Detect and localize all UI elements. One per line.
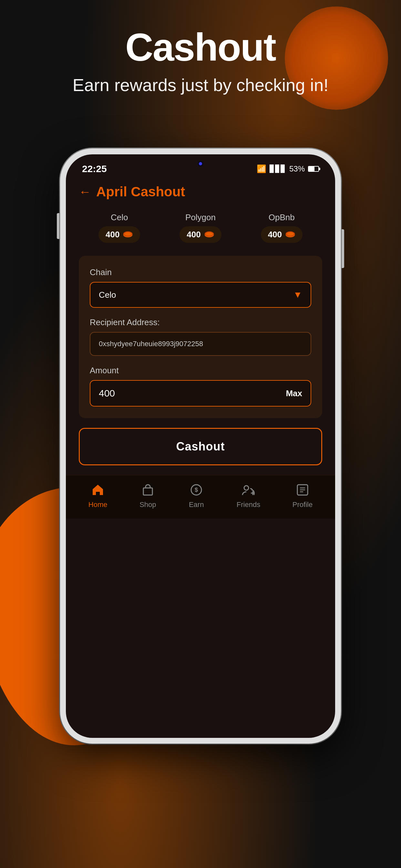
coin-icon-celo xyxy=(123,231,133,238)
amount-input[interactable]: 400 Max xyxy=(90,380,311,407)
max-button[interactable]: Max xyxy=(286,389,302,399)
amount-field: Amount 400 Max xyxy=(90,366,311,407)
phone-screen: 22:25 📶 ▊▊▊ 53% ← April Cashout xyxy=(66,154,335,738)
recipient-field-label: Recipient Address: xyxy=(90,317,311,328)
svg-rect-9 xyxy=(143,488,152,495)
recipient-address-input[interactable]: 0xshydyee7uheuie8993j9072258 xyxy=(90,332,311,356)
amount-field-label: Amount xyxy=(90,366,311,376)
nav-label-home: Home xyxy=(89,500,107,509)
form-card: Chain Celo ▼ Recipient Address: 0xshydye… xyxy=(79,256,322,418)
chain-tab-polygon[interactable]: Polygon 400 xyxy=(180,213,221,243)
nav-label-friends: Friends xyxy=(237,500,260,509)
svg-point-5 xyxy=(205,232,212,236)
back-arrow-icon[interactable]: ← xyxy=(79,185,91,199)
chain-tab-celo[interactable]: Celo 400 xyxy=(98,213,140,243)
page-subtitle: Earn rewards just by checking in! xyxy=(0,75,401,95)
cashout-button[interactable]: Cashout xyxy=(79,428,322,465)
earn-icon: $ xyxy=(188,482,204,498)
svg-point-2 xyxy=(124,232,131,236)
recipient-address-value: 0xshydyee7uheuie8993j9072258 xyxy=(99,340,203,348)
amount-value: 400 xyxy=(99,388,115,399)
chain-field: Chain Celo ▼ xyxy=(90,268,311,308)
chain-badge-polygon: 400 xyxy=(180,226,221,243)
battery-percent: 53% xyxy=(289,164,305,174)
status-bar: 22:25 📶 ▊▊▊ 53% xyxy=(66,154,335,178)
chain-field-label: Chain xyxy=(90,268,311,277)
chain-amount-opbnb: 400 xyxy=(268,229,282,240)
shop-icon xyxy=(140,482,156,498)
nav-item-profile[interactable]: Profile xyxy=(292,482,312,509)
chain-label-polygon: Polygon xyxy=(185,213,216,222)
screen-title: April Cashout xyxy=(96,184,185,199)
signal-icon: ▊▊▊ xyxy=(270,165,286,173)
chain-tab-opbnb[interactable]: OpBnb 400 xyxy=(261,213,303,243)
chevron-down-icon: ▼ xyxy=(293,290,302,300)
phone-frame: 22:25 📶 ▊▊▊ 53% ← April Cashout xyxy=(60,149,341,744)
page-title: Cashout xyxy=(0,26,401,68)
app-content: ← April Cashout Celo 400 xyxy=(66,178,335,465)
chain-badge-celo: 400 xyxy=(98,226,140,243)
chain-badge-opbnb: 400 xyxy=(261,226,303,243)
chain-amount-celo: 400 xyxy=(105,229,120,240)
recipient-field: Recipient Address: 0xshydyee7uheuie8993j… xyxy=(90,317,311,356)
status-icons: 📶 ▊▊▊ 53% xyxy=(257,164,319,174)
camera-notch xyxy=(197,161,204,166)
status-time: 22:25 xyxy=(82,163,107,175)
nav-item-earn[interactable]: $ Earn xyxy=(188,482,204,509)
battery-icon xyxy=(308,166,319,172)
friends-icon xyxy=(240,482,256,498)
nav-label-earn: Earn xyxy=(189,500,204,509)
nav-back[interactable]: ← April Cashout xyxy=(79,184,322,199)
page-header: Cashout Earn rewards just by checking in… xyxy=(0,26,401,95)
chain-amount-polygon: 400 xyxy=(187,229,201,240)
volume-button xyxy=(57,213,59,239)
nav-item-shop[interactable]: Shop xyxy=(140,482,156,509)
chain-label-opbnb: OpBnb xyxy=(269,213,295,222)
svg-point-8 xyxy=(287,232,294,236)
chain-tabs: Celo 400 Polygon 4 xyxy=(79,213,322,243)
coin-icon-opbnb xyxy=(285,231,296,238)
wifi-icon: 📶 xyxy=(257,164,266,174)
phone-container: 22:25 📶 ▊▊▊ 53% ← April Cashout xyxy=(60,149,341,744)
camera-lens xyxy=(199,162,202,165)
power-button xyxy=(342,229,344,268)
nav-label-profile: Profile xyxy=(292,500,312,509)
svg-point-12 xyxy=(244,486,249,490)
nav-label-shop: Shop xyxy=(140,500,156,509)
nav-item-home[interactable]: Home xyxy=(89,482,107,509)
chain-dropdown[interactable]: Celo ▼ xyxy=(90,282,311,308)
profile-icon xyxy=(295,482,311,498)
nav-item-friends[interactable]: Friends xyxy=(237,482,260,509)
svg-text:$: $ xyxy=(195,487,198,493)
chain-label-celo: Celo xyxy=(111,213,128,222)
bottom-nav: Home Shop $ xyxy=(66,475,335,519)
home-icon xyxy=(90,482,106,498)
chain-dropdown-value: Celo xyxy=(99,290,116,300)
cashout-button-label: Cashout xyxy=(176,440,225,453)
coin-icon-polygon xyxy=(204,231,214,238)
